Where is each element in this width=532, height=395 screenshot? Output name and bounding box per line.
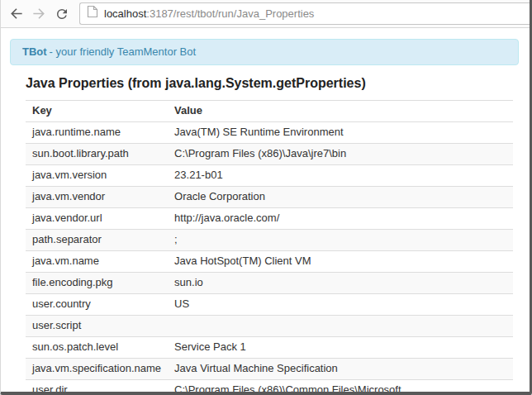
refresh-button[interactable] bbox=[51, 3, 73, 25]
table-cell-value: Java HotSpot(TM) Client VM bbox=[168, 251, 513, 273]
table-row: sun.boot.library.path C:\Program Files (… bbox=[26, 144, 513, 165]
table-header-value: Value bbox=[168, 101, 513, 122]
url-host: localhost bbox=[104, 7, 146, 20]
table-row: file.encoding.pkg sun.io bbox=[26, 273, 513, 294]
table-cell-value: Oracle Corporation bbox=[168, 187, 513, 208]
table-cell-value: C:\Program Files (x86)\Common Files\Micr… bbox=[168, 380, 513, 395]
page-title: Java Properties (from java.lang.System.g… bbox=[26, 75, 513, 92]
table-row: user.script bbox=[26, 316, 513, 337]
table-cell-value bbox=[168, 316, 513, 337]
table-cell-key: sun.boot.library.path bbox=[26, 144, 168, 165]
table-header-row: Key Value bbox=[26, 101, 513, 122]
table-cell-key: user.dir bbox=[26, 380, 168, 395]
url-text: localhost:3187/rest/tbot/run/Java_Proper… bbox=[104, 7, 314, 20]
table-cell-value: http://java.oracle.com/ bbox=[168, 208, 513, 230]
table-cell-value: Java Virtual Machine Specification bbox=[168, 359, 513, 380]
table-cell-value: Java(TM) SE Runtime Environment bbox=[168, 122, 513, 144]
refresh-icon bbox=[55, 7, 69, 21]
table-row: user.country US bbox=[26, 294, 513, 316]
table-cell-value: sun.io bbox=[168, 273, 513, 294]
table-cell-value: Service Pack 1 bbox=[168, 337, 513, 359]
back-arrow-icon bbox=[8, 6, 24, 21]
forward-button[interactable] bbox=[28, 3, 50, 25]
table-cell-key: java.vm.version bbox=[26, 165, 168, 187]
table-row: java.vendor.url http://java.oracle.com/ bbox=[26, 208, 513, 230]
tbot-banner-tagline: - your friendly TeamMentor Bot bbox=[50, 45, 197, 58]
table-cell-key: java.vm.name bbox=[26, 251, 168, 273]
table-row: java.vm.name Java HotSpot(TM) Client VM bbox=[26, 251, 513, 273]
table-cell-key: java.vm.vendor bbox=[26, 187, 168, 208]
table-cell-key: java.runtime.name bbox=[26, 122, 168, 144]
table-cell-value: ; bbox=[168, 230, 513, 251]
table-cell-key: path.separator bbox=[26, 230, 168, 251]
address-bar[interactable]: localhost:3187/rest/tbot/run/Java_Proper… bbox=[79, 2, 530, 25]
table-row: java.vm.specification.name Java Virtual … bbox=[26, 359, 513, 380]
table-row: java.vm.version 23.21-b01 bbox=[26, 165, 513, 187]
table-cell-key: java.vendor.url bbox=[26, 208, 168, 230]
table-cell-key: java.vm.specification.name bbox=[26, 359, 168, 380]
browser-window: localhost:3187/rest/tbot/run/Java_Proper… bbox=[0, 0, 532, 395]
table-cell-value: 23.21-b01 bbox=[168, 165, 513, 187]
table-cell-value: US bbox=[168, 294, 513, 316]
browser-toolbar: localhost:3187/rest/tbot/run/Java_Proper… bbox=[1, 0, 530, 28]
table-row: java.runtime.name Java(TM) SE Runtime En… bbox=[26, 122, 513, 144]
table-cell-key: file.encoding.pkg bbox=[26, 273, 168, 294]
back-button[interactable] bbox=[5, 3, 26, 25]
properties-table-body: java.runtime.name Java(TM) SE Runtime En… bbox=[26, 122, 513, 395]
properties-table: Key Value java.runtime.name Java(TM) SE … bbox=[26, 100, 513, 395]
table-row: java.vm.vendor Oracle Corporation bbox=[26, 187, 513, 208]
url-path: :3187/rest/tbot/run/Java_Properties bbox=[146, 7, 314, 20]
table-cell-key: user.country bbox=[26, 294, 168, 316]
page-content: Java Properties (from java.lang.System.g… bbox=[26, 75, 513, 395]
table-row: sun.os.patch.level Service Pack 1 bbox=[26, 337, 513, 359]
tbot-banner: TBot- your friendly TeamMentor Bot bbox=[10, 39, 519, 65]
table-cell-key: sun.os.patch.level bbox=[26, 337, 168, 359]
table-row: user.dir C:\Program Files (x86)\Common F… bbox=[26, 380, 513, 395]
tbot-banner-name: TBot bbox=[22, 45, 47, 58]
page-document-icon[interactable] bbox=[87, 5, 98, 21]
forward-arrow-icon bbox=[31, 6, 47, 21]
table-cell-value: C:\Program Files (x86)\Java\jre7\bin bbox=[168, 144, 513, 165]
table-cell-key: user.script bbox=[26, 316, 168, 337]
table-row: path.separator ; bbox=[26, 230, 513, 251]
table-header-key: Key bbox=[26, 101, 168, 122]
